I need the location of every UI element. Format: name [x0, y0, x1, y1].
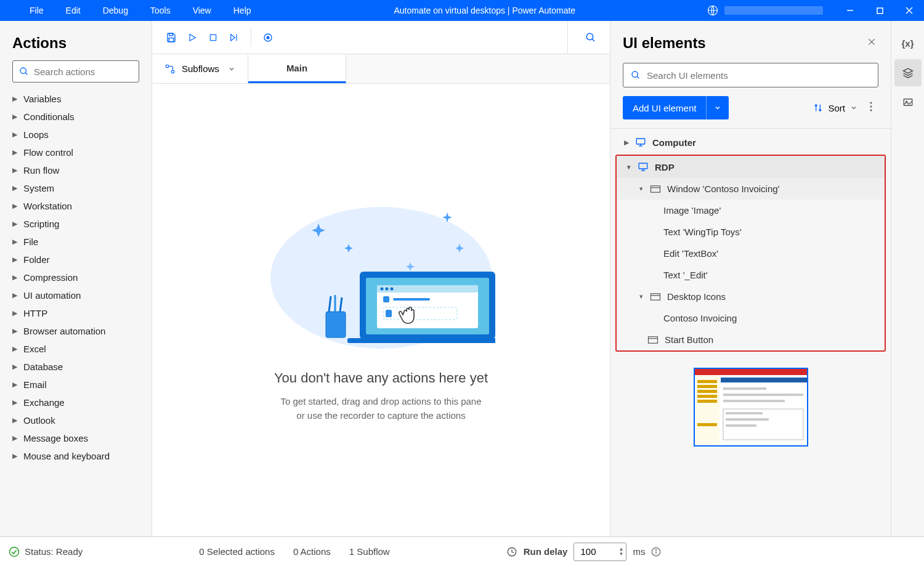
ui-elements-rail-button[interactable]	[894, 59, 922, 86]
action-label: Run flow	[23, 165, 59, 176]
tree-leaf[interactable]: Text 'WingTip Toys'	[617, 221, 885, 243]
chevron-right-icon: ▶	[12, 327, 17, 335]
svg-point-41	[870, 102, 872, 103]
chevron-right-icon: ▶	[12, 309, 17, 317]
add-ui-element-button[interactable]: Add UI element	[623, 96, 729, 119]
action-category[interactable]: ▶Scripting	[0, 215, 152, 233]
tree-leaf[interactable]: Image 'Image'	[617, 200, 885, 221]
tree-label: Text '_Edit'	[663, 270, 708, 280]
subflows-button[interactable]: Subflows	[152, 54, 248, 83]
action-category[interactable]: ▶Variables	[0, 90, 152, 108]
close-panel-button[interactable]	[865, 35, 878, 51]
tree-node-start-button[interactable]: Start Button	[617, 329, 885, 350]
delay-spinner[interactable]: ▲▼	[619, 547, 624, 557]
action-category[interactable]: ▶HTTP	[0, 304, 152, 322]
action-category[interactable]: ▶Browser automation	[0, 322, 152, 340]
menu-file[interactable]: File	[18, 0, 55, 21]
action-category[interactable]: ▶Excel	[0, 340, 152, 358]
environment-badge[interactable]	[707, 5, 835, 16]
flow-canvas[interactable]: You don't have any actions here yet To g…	[152, 84, 610, 536]
tree-node-window[interactable]: ▾ Window 'Contoso Invoicing'	[617, 178, 885, 200]
menu-view[interactable]: View	[182, 0, 222, 21]
info-icon[interactable]	[651, 547, 661, 557]
tree-leaf[interactable]: Text '_Edit'	[617, 264, 885, 286]
chevron-right-icon: ▶	[12, 452, 17, 460]
add-ui-element-dropdown[interactable]	[706, 96, 729, 119]
action-category[interactable]: ▶System	[0, 179, 152, 197]
stop-button[interactable]	[203, 27, 224, 48]
svg-marker-9	[190, 34, 195, 41]
action-category[interactable]: ▶Folder	[0, 251, 152, 269]
actions-search[interactable]	[12, 60, 139, 83]
chevron-right-icon: ▶	[12, 220, 17, 228]
tree-leaf[interactable]: Contoso Invoicing	[617, 307, 885, 329]
spinner-down-icon[interactable]: ▼	[619, 552, 624, 557]
action-category[interactable]: ▶Loops	[0, 126, 152, 144]
chevron-right-icon: ▶	[12, 345, 17, 353]
svg-point-30	[380, 288, 383, 291]
status-text: Status: Ready	[25, 546, 83, 557]
run-delay-input[interactable]	[580, 546, 607, 557]
chevron-right-icon: ▶	[12, 131, 17, 139]
menu-debug[interactable]: Debug	[92, 0, 139, 21]
tree-node-computer[interactable]: ▶ Computer	[614, 131, 887, 153]
action-category[interactable]: ▶Flow control	[0, 144, 152, 161]
action-category[interactable]: ▶Outlook	[0, 411, 152, 429]
close-button[interactable]	[894, 0, 924, 21]
action-category[interactable]: ▶Mouse and keyboard	[0, 447, 152, 465]
ui-elements-search[interactable]	[623, 63, 878, 87]
action-category[interactable]: ▶Email	[0, 376, 152, 394]
tree-node-desktop-icons[interactable]: ▾ Desktop Icons	[617, 286, 885, 307]
action-category[interactable]: ▶Conditionals	[0, 108, 152, 126]
action-category[interactable]: ▶Run flow	[0, 161, 152, 179]
action-category[interactable]: ▶UI automation	[0, 286, 152, 304]
tab-main[interactable]: Main	[248, 54, 346, 83]
chevron-down-icon: ▾	[636, 293, 646, 301]
status-selected-actions: 0 Selected actions	[199, 546, 275, 557]
action-category[interactable]: ▶File	[0, 233, 152, 251]
menu-edit[interactable]: Edit	[55, 0, 92, 21]
subflow-bar: Subflows Main	[152, 54, 610, 84]
svg-rect-64	[697, 400, 717, 403]
chevron-right-icon: ▶	[12, 95, 17, 103]
action-label: Browser automation	[23, 326, 105, 336]
variables-rail-button[interactable]: {x}	[894, 30, 922, 57]
images-rail-button[interactable]	[894, 89, 922, 116]
ui-elements-search-input[interactable]	[647, 70, 870, 81]
action-label: Exchange	[23, 397, 65, 408]
action-label: Outlook	[23, 415, 55, 426]
menu-help[interactable]: Help	[222, 0, 262, 21]
image-icon	[902, 97, 914, 108]
actions-list[interactable]: ▶Variables ▶Conditionals ▶Loops ▶Flow co…	[0, 90, 152, 536]
maximize-button[interactable]	[865, 0, 894, 21]
action-category[interactable]: ▶Database	[0, 358, 152, 376]
sort-button[interactable]: Sort	[807, 99, 864, 117]
svg-rect-67	[723, 394, 803, 396]
minimize-button[interactable]	[835, 0, 865, 21]
step-button[interactable]	[224, 27, 245, 48]
chevron-right-icon: ▶	[12, 148, 17, 156]
preview-thumbnail[interactable]	[694, 368, 808, 447]
chevron-right-icon: ▶	[12, 416, 17, 424]
run-delay-input-wrap[interactable]: ▲▼	[573, 543, 626, 561]
ui-elements-tree: ▶ Computer ▾ RDP ▾ Window 'Contoso Invoi…	[610, 128, 891, 355]
svg-point-14	[266, 36, 269, 39]
action-category[interactable]: ▶Message boxes	[0, 429, 152, 447]
save-button[interactable]	[161, 27, 182, 48]
more-options-button[interactable]	[864, 98, 878, 118]
action-category[interactable]: ▶Exchange	[0, 394, 152, 411]
action-category[interactable]: ▶Compression	[0, 269, 152, 286]
designer-area: Subflows Main	[152, 21, 610, 536]
tree-node-rdp[interactable]: ▾ RDP	[617, 156, 885, 178]
action-category[interactable]: ▶Workstation	[0, 197, 152, 215]
action-label: Folder	[23, 254, 50, 265]
run-button[interactable]	[182, 27, 203, 48]
actions-search-input[interactable]	[34, 67, 151, 77]
titlebar: File Edit Debug Tools View Help Automate…	[0, 0, 924, 21]
record-button[interactable]	[257, 27, 278, 48]
menu-tools[interactable]: Tools	[139, 0, 182, 21]
tree-leaf[interactable]: Edit 'TextBox'	[617, 243, 885, 264]
search-flow-button[interactable]	[580, 27, 601, 48]
svg-marker-11	[231, 34, 235, 41]
action-label: Variables	[23, 94, 61, 104]
